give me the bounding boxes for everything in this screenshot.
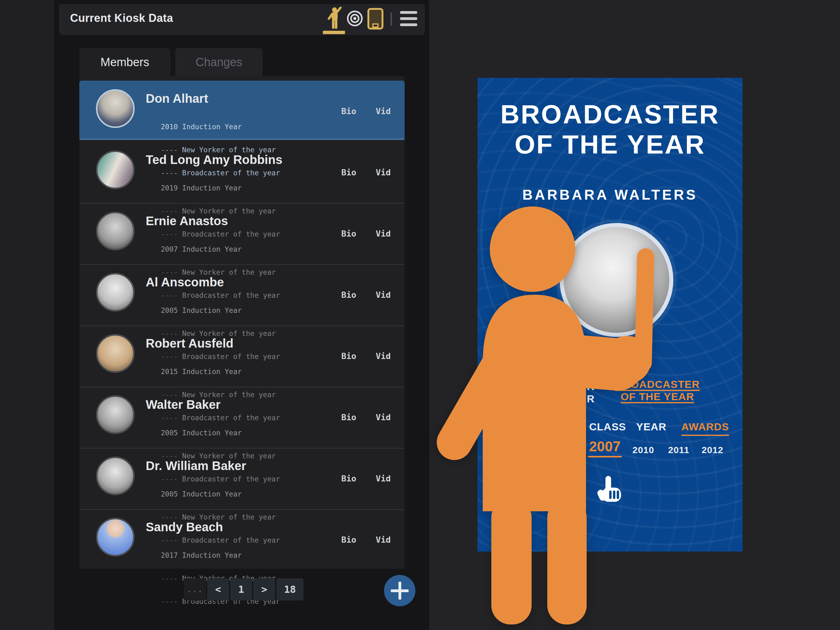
member-photo-ring — [560, 223, 673, 337]
induction-year-value: 2015 — [161, 367, 178, 375]
induction-year-value: 2007 — [161, 245, 178, 253]
induction-year-label: Induction Year — [182, 551, 242, 559]
kiosk-tab-new-yorker[interactable]: NEW YORKER OF THE YEAR — [472, 380, 595, 405]
prev-page-button[interactable]: < — [207, 578, 229, 600]
member-row[interactable]: Ernie Anastos 2007 Induction Year ---- N… — [79, 203, 405, 264]
member-name: Sandy Beach — [146, 520, 223, 534]
induction-year-label: Induction Year — [182, 123, 242, 131]
kiosk-year-option[interactable]: 2010 — [632, 445, 654, 455]
kiosk-tab-broadcaster-line1: BROADCASTER — [615, 380, 699, 391]
kiosk-column-year: YEAR — [636, 421, 666, 433]
kiosk-tab-broadcaster-line2: OF THE YEAR — [621, 392, 694, 403]
page-background-strip — [0, 0, 54, 630]
kiosk-title: BROADCASTER OF THE YEAR — [477, 99, 742, 159]
bio-button[interactable]: Bio — [341, 535, 356, 545]
avatar — [96, 518, 135, 557]
member-name: Al Anscombe — [146, 275, 224, 289]
hand-pointer-icon — [597, 475, 626, 505]
kiosk-column-class: CLASS — [589, 421, 626, 433]
kiosk-tab-new-yorker-line1: NEW YORKER — [472, 380, 595, 393]
kiosk-title-line1: BROADCASTER — [477, 99, 742, 129]
member-name: Walter Baker — [146, 398, 221, 412]
menu-bar — [400, 11, 417, 14]
kiosk-column-awards[interactable]: AWARDS — [681, 421, 729, 436]
vid-button[interactable]: Vid — [376, 290, 391, 300]
kiosk-tab-broadcaster[interactable]: BROADCASTER OF THE YEAR — [611, 380, 704, 404]
kiosk-person-name: BARBARA WALTERS — [477, 187, 742, 203]
member-name: Robert Ausfeld — [146, 337, 234, 350]
member-row[interactable]: Sandy Beach 2017 Induction Year ---- New… — [79, 509, 405, 570]
avatar — [96, 334, 135, 373]
member-name: Ted Long Amy Robbins — [146, 153, 282, 167]
avatar — [96, 456, 135, 495]
member-row[interactable]: Al Anscombe 2005 Induction Year ---- New… — [79, 264, 405, 326]
vid-button[interactable]: Vid — [376, 351, 391, 361]
kiosk-year-selected[interactable]: 2007 — [588, 438, 622, 457]
target-icon[interactable] — [346, 10, 363, 27]
induction-year-value: 2017 — [161, 551, 178, 559]
menu-bar — [400, 17, 417, 20]
member-name: Dr. William Baker — [146, 459, 246, 473]
bio-button[interactable]: Bio — [341, 474, 356, 483]
induction-year-label: Induction Year — [182, 429, 242, 437]
induction-year-value: 2019 — [161, 184, 178, 192]
avatar — [96, 395, 135, 434]
vid-button[interactable]: Vid — [376, 535, 391, 545]
member-name: Ernie Anastos — [146, 214, 228, 228]
header-divider — [390, 12, 392, 26]
vid-button[interactable]: Vid — [376, 229, 391, 238]
induction-year-label: Induction Year — [182, 306, 242, 314]
active-icon-underline — [323, 31, 345, 34]
avatar — [96, 150, 135, 189]
vid-button[interactable]: Vid — [376, 168, 391, 177]
bio-button[interactable]: Bio — [341, 290, 356, 300]
next-page-button[interactable]: > — [253, 578, 275, 600]
induction-year-value: 2005 — [161, 306, 178, 314]
member-photo — [564, 227, 669, 333]
menu-icon[interactable] — [400, 11, 417, 30]
kiosk-year-option[interactable]: 2012 — [702, 445, 723, 455]
page-ellipsis-button[interactable]: ... — [184, 578, 206, 600]
member-row[interactable]: Don Alhart 2010 Induction Year ---- New … — [79, 81, 405, 140]
induction-year-label: Induction Year — [182, 367, 242, 375]
induction-year-value: 2010 — [161, 123, 178, 131]
award-dash: ---- — [161, 574, 178, 583]
bio-button[interactable]: Bio — [341, 168, 356, 177]
page-title: Current Kiosk Data — [70, 12, 173, 25]
kiosk-tab-new-yorker-line2: OF THE YEAR — [472, 393, 595, 405]
menu-bar — [400, 24, 417, 26]
member-row[interactable]: Dr. William Baker 2005 Induction Year --… — [79, 448, 405, 509]
tab-members[interactable]: Members — [79, 48, 171, 76]
bio-button[interactable]: Bio — [341, 106, 356, 116]
induction-year-label: Induction Year — [182, 184, 242, 192]
last-page-button[interactable]: 18 — [276, 578, 303, 600]
presenter-icon[interactable] — [324, 7, 346, 30]
vid-button[interactable]: Vid — [376, 413, 391, 422]
kiosk-title-line2: OF THE YEAR — [477, 129, 742, 159]
member-row[interactable]: Ted Long Amy Robbins 2019 Induction Year… — [79, 142, 405, 203]
bio-button[interactable]: Bio — [341, 413, 356, 422]
member-row[interactable]: Walter Baker 2005 Induction Year ---- Ne… — [79, 387, 405, 448]
induction-year-label: Induction Year — [182, 490, 242, 498]
member-name: Don Alhart — [146, 92, 208, 106]
avatar — [96, 89, 135, 128]
avatar — [96, 273, 135, 312]
vid-button[interactable]: Vid — [376, 474, 391, 483]
current-page-button[interactable]: 1 — [230, 578, 252, 600]
induction-year-label: Induction Year — [182, 245, 242, 253]
award-dash: ---- — [161, 597, 178, 605]
kiosk-year-option[interactable]: 2011 — [668, 445, 689, 455]
member-row[interactable]: Robert Ausfeld 2015 Induction Year ---- … — [79, 326, 405, 387]
induction-year-value: 2005 — [161, 429, 178, 437]
bio-button[interactable]: Bio — [341, 229, 356, 238]
tablet-icon[interactable] — [367, 8, 384, 30]
tab-changes[interactable]: Changes — [175, 48, 262, 76]
member-list: Don Alhart 2010 Induction Year ---- New … — [79, 76, 405, 569]
plus-icon — [398, 582, 401, 600]
avatar — [96, 212, 135, 250]
add-member-button[interactable] — [384, 575, 415, 606]
induction-year-value: 2005 — [161, 490, 178, 498]
vid-button[interactable]: Vid — [376, 106, 391, 116]
bio-button[interactable]: Bio — [341, 351, 356, 361]
pagination: ... < 1 > 18 — [184, 578, 303, 600]
